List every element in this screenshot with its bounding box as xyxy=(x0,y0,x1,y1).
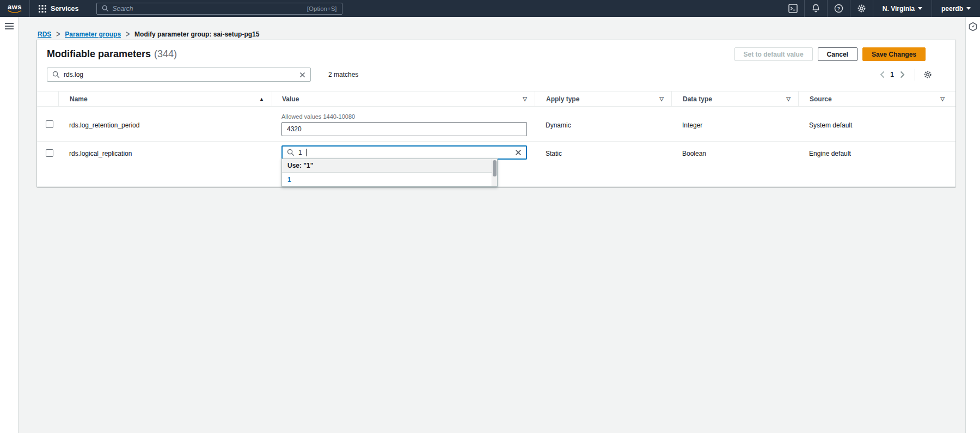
help-button[interactable]: ? xyxy=(828,0,850,17)
data-type-cell: Boolean xyxy=(671,142,798,157)
settings-button[interactable] xyxy=(850,0,873,17)
match-count-text: 2 matches xyxy=(328,71,358,78)
select-all-cell xyxy=(37,92,58,106)
region-selector[interactable]: N. Virginia xyxy=(873,0,932,17)
parameter-filter-box xyxy=(47,68,311,82)
account-menu[interactable]: peerdb xyxy=(932,0,980,17)
chevron-down-icon xyxy=(966,7,971,10)
pagination-divider xyxy=(915,69,915,81)
cancel-button[interactable]: Cancel xyxy=(818,47,857,61)
aws-logo[interactable]: aws xyxy=(8,4,22,14)
breadcrumb-current-page: Modify parameter group: sai-setup-pg15 xyxy=(134,31,259,38)
current-page-number[interactable]: 1 xyxy=(890,71,894,78)
parameter-count: (344) xyxy=(154,48,177,59)
source-cell: Engine default xyxy=(798,142,955,157)
typed-value: 1 xyxy=(298,149,302,156)
panel-actions: Set to default value Cancel Save Changes xyxy=(734,47,926,61)
column-header-source[interactable]: Source ▽ xyxy=(798,92,955,106)
search-icon xyxy=(102,5,109,12)
clear-value-icon[interactable] xyxy=(515,149,522,156)
column-label: Value xyxy=(282,95,299,103)
breadcrumb: RDS > Parameter groups > Modify paramete… xyxy=(38,31,259,38)
sort-ascending-icon[interactable]: ▲ xyxy=(259,96,264,102)
account-label: peerdb xyxy=(941,5,963,13)
gear-icon xyxy=(857,4,866,13)
pagination: 1 xyxy=(876,69,934,81)
left-sidebar-collapsed xyxy=(0,17,19,433)
recent-activity-panel-button[interactable] xyxy=(968,22,978,32)
bell-icon xyxy=(811,4,820,13)
row-select-cell xyxy=(37,107,58,128)
row-select-cell xyxy=(37,142,58,157)
cloudshell-button[interactable] xyxy=(782,0,804,17)
save-changes-button[interactable]: Save Changes xyxy=(862,47,926,61)
parameter-name-cell: rds.log_retention_period xyxy=(58,107,272,129)
panel-title-text: Modifiable parameters xyxy=(47,48,151,59)
text-caret xyxy=(306,149,307,156)
parameter-filter-input[interactable] xyxy=(64,71,296,78)
column-label: Source xyxy=(810,95,832,103)
retention-period-value-input[interactable] xyxy=(281,122,527,136)
column-filter-icon[interactable]: ▽ xyxy=(940,96,945,102)
column-label: Apply type xyxy=(546,95,579,103)
apply-type-cell: Static xyxy=(535,142,671,157)
breadcrumb-parameter-groups-link[interactable]: Parameter groups xyxy=(65,31,121,38)
table-header-row: Name ▲ Value ▽ Apply type ▽ Data type ▽ … xyxy=(37,92,955,107)
chevron-down-icon xyxy=(918,7,922,10)
column-header-data-type[interactable]: Data type ▽ xyxy=(671,92,798,106)
global-search-input[interactable]: Search [Option+S] xyxy=(96,3,342,15)
search-icon xyxy=(52,71,60,78)
table-toolbar: 2 matches 1 xyxy=(37,68,955,82)
column-header-value[interactable]: Value ▽ xyxy=(272,92,535,106)
row-checkbox[interactable] xyxy=(46,149,53,157)
allowed-values-hint: Allowed values 1440-10080 xyxy=(281,107,535,120)
chevron-right-icon xyxy=(900,71,905,78)
data-type-cell: Integer xyxy=(671,107,798,129)
services-menu-button[interactable]: Services xyxy=(30,0,87,17)
cloudshell-terminal-icon xyxy=(788,4,798,13)
column-filter-icon[interactable]: ▽ xyxy=(659,96,664,102)
next-page-button[interactable] xyxy=(896,69,908,81)
panel-header: Modifiable parameters(344) Set to defaul… xyxy=(37,40,955,61)
menu-hamburger-button[interactable] xyxy=(5,23,14,29)
set-to-default-button[interactable]: Set to default value xyxy=(734,47,813,61)
search-shortcut-hint: [Option+S] xyxy=(307,5,337,12)
column-filter-icon[interactable]: ▽ xyxy=(523,96,527,102)
aws-logo-text: aws xyxy=(8,4,22,10)
table-row-log-retention-period: rds.log_retention_period Allowed values … xyxy=(37,107,955,142)
hexagon-clock-icon xyxy=(968,22,978,32)
column-header-name[interactable]: Name ▲ xyxy=(58,92,272,106)
value-suggestion-dropdown: Use: "1" 1 xyxy=(281,158,498,187)
previous-page-button[interactable] xyxy=(876,69,888,81)
breadcrumb-separator: > xyxy=(126,29,130,39)
notifications-button[interactable] xyxy=(805,0,827,17)
parameter-name-cell: rds.logical_replication xyxy=(58,142,272,157)
aws-console-screen: aws Services Search [Option+ xyxy=(0,0,980,433)
breadcrumb-rds-link[interactable]: RDS xyxy=(38,31,51,38)
use-typed-value-option[interactable]: Use: "1" xyxy=(282,159,492,173)
page-title: Modifiable parameters(344) xyxy=(47,48,177,60)
column-filter-icon[interactable]: ▽ xyxy=(786,96,791,102)
dropdown-scrollbar xyxy=(492,159,497,186)
column-label: Data type xyxy=(683,95,712,103)
dropdown-scrollbar-thumb[interactable] xyxy=(493,160,497,176)
column-header-apply-type[interactable]: Apply type ▽ xyxy=(535,92,671,106)
question-circle-icon: ? xyxy=(834,4,843,13)
top-navigation-bar: aws Services Search [Option+ xyxy=(0,0,980,17)
right-panel-collapsed xyxy=(965,17,980,433)
nav-right-controls: ? N. Virginia peerdb xyxy=(782,0,980,17)
clear-filter-icon[interactable] xyxy=(299,72,305,78)
breadcrumb-separator: > xyxy=(56,29,60,39)
svg-text:?: ? xyxy=(837,5,840,11)
logical-replication-value-search-input[interactable]: 1 xyxy=(281,145,527,160)
source-cell: System default xyxy=(798,107,955,129)
region-label: N. Virginia xyxy=(883,5,915,13)
table-preferences-button[interactable] xyxy=(922,69,934,81)
global-search-placeholder: Search xyxy=(113,5,303,13)
column-label: Name xyxy=(70,95,88,103)
dropdown-option-1[interactable]: 1 xyxy=(282,173,492,186)
parameter-value-cell: Allowed values 1440-10080 xyxy=(272,107,535,136)
row-checkbox[interactable] xyxy=(46,120,53,128)
parameter-value-cell: 1 xyxy=(272,142,535,160)
aws-smile-icon xyxy=(8,10,22,14)
